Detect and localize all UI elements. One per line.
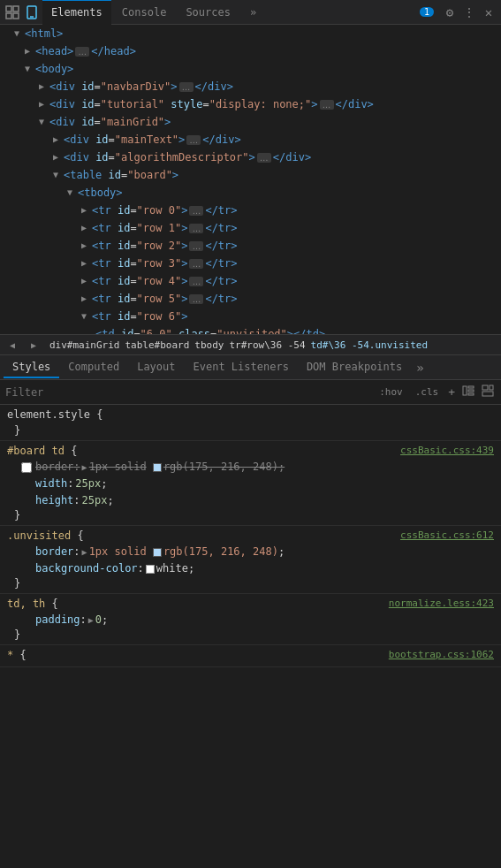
svg-rect-8: [468, 390, 474, 392]
dom-line-navbar[interactable]: ▶ <div id="navbarDiv" > … </div>: [0, 78, 501, 95]
expand-triangle[interactable]: ▶: [39, 79, 49, 95]
expand-triangle[interactable]: ▶: [81, 202, 92, 218]
svg-rect-1: [13, 6, 19, 11]
expand-btn[interactable]: …: [189, 277, 203, 286]
expand-triangle[interactable]: ▼: [67, 185, 78, 201]
expand-triangle[interactable]: ▶: [81, 220, 92, 236]
color-swatch-border-disabled[interactable]: [153, 463, 162, 472]
expand-btn[interactable]: …: [257, 153, 271, 163]
filter-bar: :hov .cls +: [0, 380, 501, 405]
expand-triangle[interactable]: ▶: [81, 273, 92, 289]
expand-triangle-body[interactable]: ▼: [25, 61, 35, 77]
more-icon[interactable]: ⋮: [460, 4, 478, 21]
tab-event-listeners[interactable]: Event Listeners: [185, 357, 298, 378]
css-source-board-td[interactable]: cssBasic.css:439: [400, 445, 494, 456]
expand-triangle[interactable]: ▼: [39, 114, 49, 130]
hov-filter-btn[interactable]: :hov: [375, 384, 407, 400]
expand-triangle[interactable]: ▼: [81, 308, 92, 324]
dom-line-row5[interactable]: ▶ <tr id="row 5" > … </tr>: [0, 290, 501, 308]
expand-btn[interactable]: …: [320, 100, 334, 110]
expand-triangle[interactable]: ▶: [39, 96, 49, 112]
css-source-td-th[interactable]: normalize.less:423: [389, 598, 494, 609]
expand-btn[interactable]: …: [189, 206, 203, 216]
expand-triangle[interactable]: ▼: [53, 167, 64, 183]
expand-btn[interactable]: …: [186, 135, 201, 145]
settings-icon[interactable]: ⚙: [441, 4, 459, 21]
css-closing-brace: }: [7, 577, 494, 590]
expand-btn[interactable]: …: [179, 82, 194, 92]
tab-styles[interactable]: Styles: [4, 357, 59, 378]
expand-btn[interactable]: …: [189, 294, 203, 304]
expand-triangle[interactable]: ▶: [81, 238, 92, 254]
breadcrumb-forward-icon[interactable]: ▶: [25, 336, 42, 354]
dom-line-row4[interactable]: ▶ <tr id="row 4" > … </tr>: [0, 272, 501, 290]
color-swatch-border-unvisited[interactable]: [153, 548, 162, 557]
expand-triangle[interactable]: ▶: [81, 255, 92, 271]
breadcrumb-item-tbody[interactable]: tbody: [194, 339, 224, 351]
filter-input[interactable]: [5, 386, 371, 399]
dom-line-algorithm[interactable]: ▶ <div id="algorithmDescriptor" > … </di…: [0, 148, 501, 166]
add-style-icon[interactable]: +: [446, 384, 457, 400]
dom-line-row1[interactable]: ▶ <tr id="row 1" > … </tr>: [0, 219, 501, 237]
layout-style-icon[interactable]: [480, 383, 496, 401]
expand-btn[interactable]: …: [189, 241, 203, 251]
dom-line-row0[interactable]: ▶ <tr id="row 0" > … </tr>: [0, 202, 501, 219]
svg-rect-7: [468, 386, 474, 388]
dom-line-td-6-0[interactable]: <td id="6-0" class="unvisited" ></td>: [0, 325, 501, 334]
breadcrumb-item-tr[interactable]: tr#row\36 -54: [229, 339, 305, 351]
expand-triangle[interactable]: ▶: [81, 291, 92, 307]
tab-computed[interactable]: Computed: [59, 357, 128, 378]
css-prop-height: height : 25px ;: [7, 492, 494, 509]
close-icon[interactable]: ✕: [480, 4, 497, 21]
dom-line-maingrid[interactable]: ▼ <div id="mainGrid" >: [0, 113, 501, 131]
expand-triangle[interactable]: ▶: [82, 460, 87, 475]
expand-triangle[interactable]: ▶: [25, 43, 35, 59]
breadcrumb-back-icon[interactable]: ◀: [4, 336, 21, 354]
svg-rect-2: [6, 13, 11, 19]
tab-dom-breakpoints[interactable]: DOM Breakpoints: [298, 357, 411, 378]
dom-line-tbody[interactable]: ▼ <tbody>: [0, 184, 501, 202]
expand-triangle[interactable]: ▶: [82, 544, 87, 560]
expand-btn[interactable]: …: [189, 259, 203, 269]
css-source-wildcard[interactable]: bootstrap.css:1062: [389, 649, 494, 660]
dom-line-row3[interactable]: ▶ <tr id="row 3" > … </tr>: [0, 255, 501, 272]
dom-line-board[interactable]: ▼ <table id="board" >: [0, 166, 501, 184]
color-swatch-bg[interactable]: [146, 565, 155, 574]
toggle-style-icon[interactable]: [460, 383, 476, 401]
tab-console[interactable]: Console: [113, 0, 176, 25]
expand-triangle[interactable]: ▶: [53, 132, 64, 148]
dom-line-row6[interactable]: ▼ <tr id="row 6" >: [0, 308, 501, 325]
css-rule-wildcard: bootstrap.css:1062 * {: [0, 645, 501, 667]
dom-line-head[interactable]: ▶ <head> … </head>: [0, 42, 501, 60]
dom-line-tutorial[interactable]: ▶ <div id="tutorial" style="display: non…: [0, 95, 501, 113]
expand-head-btn[interactable]: …: [75, 47, 89, 57]
expand-triangle[interactable]: ▶: [53, 149, 64, 165]
css-closing-brace: }: [7, 509, 494, 522]
expand-triangle[interactable]: ▶: [88, 613, 94, 628]
expand-btn[interactable]: …: [189, 224, 203, 233]
tab-elements[interactable]: Elements: [42, 0, 111, 25]
dom-line-row2[interactable]: ▶ <tr id="row 2" > … </tr>: [0, 237, 501, 255]
style-tabs-more-btn[interactable]: »: [411, 361, 429, 375]
devtools-mobile-icon[interactable]: [23, 4, 41, 21]
dom-line-maintext[interactable]: ▶ <div id="mainText" > … </div>: [0, 131, 501, 148]
devtools-inspect-icon[interactable]: [4, 4, 21, 21]
expand-triangle[interactable]: ▼: [14, 26, 25, 42]
tab-layout[interactable]: Layout: [128, 357, 184, 378]
dom-line-body[interactable]: ▼ <body>: [0, 60, 501, 78]
svg-rect-0: [6, 6, 11, 11]
css-prop-checkbox-border[interactable]: [21, 462, 32, 473]
notification-badge: 1: [420, 7, 434, 17]
breadcrumb-item-maingrid[interactable]: div#mainGrid: [49, 339, 119, 351]
css-closing-brace: }: [7, 424, 494, 437]
tab-more[interactable]: »: [241, 0, 265, 25]
breadcrumb-item-board[interactable]: table#board: [125, 339, 189, 351]
cls-filter-btn[interactable]: .cls: [411, 384, 444, 400]
breadcrumb-item-td[interactable]: td#\36 -54.unvisited: [311, 339, 428, 351]
css-prop-width: width : 25px ;: [7, 476, 494, 492]
dom-line-html[interactable]: ▼ <html>: [0, 25, 501, 42]
css-source-unvisited[interactable]: cssBasic.css:612: [400, 529, 494, 541]
tab-sources[interactable]: Sources: [177, 0, 239, 25]
styles-panel: element.style { } cssBasic.css:439 #boar…: [0, 405, 501, 868]
css-closing-brace: }: [7, 628, 494, 641]
